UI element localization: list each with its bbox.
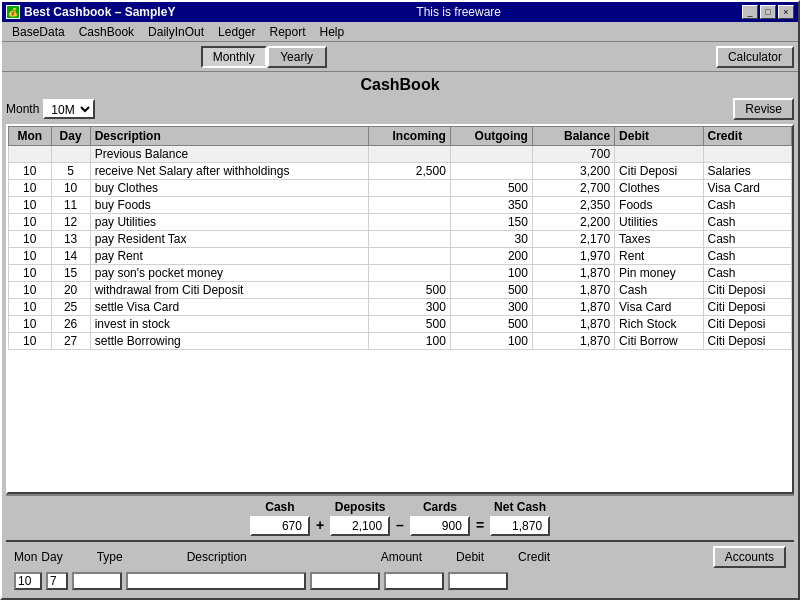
table-row[interactable]: 10 25 settle Visa Card 300 300 1,870 Vis… xyxy=(9,299,792,316)
main-window: 💰 Best Cashbook – SampleY This is freewa… xyxy=(0,0,800,600)
col-header-outgoing: Outgoing xyxy=(450,127,532,146)
entry-debit-input[interactable] xyxy=(384,572,444,590)
table-row[interactable]: 10 11 buy Foods 350 2,350 Foods Cash xyxy=(9,197,792,214)
accounts-button[interactable]: Accounts xyxy=(713,546,786,568)
cell-outgoing: 500 xyxy=(450,180,532,197)
cell-outgoing: 30 xyxy=(450,231,532,248)
netcash-value: 1,870 xyxy=(490,516,550,536)
col-header-incoming: Incoming xyxy=(368,127,450,146)
cash-value: 670 xyxy=(250,516,310,536)
cell-desc: pay Rent xyxy=(90,248,368,265)
cell-outgoing: 150 xyxy=(450,214,532,231)
entry-mon-input[interactable] xyxy=(14,572,42,590)
cell-credit: Citi Deposi xyxy=(703,316,792,333)
table-row[interactable]: 10 14 pay Rent 200 1,970 Rent Cash xyxy=(9,248,792,265)
col-header-mon: Mon xyxy=(9,127,52,146)
cell-incoming xyxy=(368,197,450,214)
cashbook-title: CashBook xyxy=(6,76,794,94)
col-header-balance: Balance xyxy=(532,127,614,146)
entry-credit-input[interactable] xyxy=(448,572,508,590)
cell-outgoing: 500 xyxy=(450,316,532,333)
cell-mon: 10 xyxy=(9,214,52,231)
menu-report[interactable]: Report xyxy=(263,23,311,41)
cell-credit: Cash xyxy=(703,231,792,248)
table-row[interactable]: 10 27 settle Borrowing 100 100 1,870 Cit… xyxy=(9,333,792,350)
table-row[interactable]: 10 10 buy Clothes 500 2,700 Clothes Visa… xyxy=(9,180,792,197)
netcash-group: Net Cash 1,870 xyxy=(490,500,550,536)
entry-desc-input[interactable] xyxy=(126,572,306,590)
toolbar-right: Calculator xyxy=(716,46,794,68)
col-header-credit: Credit xyxy=(703,127,792,146)
cell-mon: 10 xyxy=(9,248,52,265)
title-bar-left: 💰 Best Cashbook – SampleY xyxy=(6,5,175,19)
month-select[interactable]: 10M 1M2M3M4M 5M6M7M8M 9M11M12M xyxy=(43,99,95,119)
cell-incoming: 2,500 xyxy=(368,163,450,180)
cell-incoming: 500 xyxy=(368,282,450,299)
cashbook-table-container: Mon Day Description Incoming Outgoing Ba… xyxy=(6,124,794,494)
cell-mon: 10 xyxy=(9,265,52,282)
entry-mon-label: Mon xyxy=(14,550,37,564)
cell-day: 20 xyxy=(51,282,90,299)
cell-incoming xyxy=(368,231,450,248)
cell-outgoing: 100 xyxy=(450,333,532,350)
cash-label: Cash xyxy=(265,500,294,514)
cell-mon: 10 xyxy=(9,299,52,316)
cell-mon: 10 xyxy=(9,163,52,180)
cell-balance: 1,870 xyxy=(532,282,614,299)
view-toggle: Monthly Yearly xyxy=(201,46,327,68)
table-row[interactable]: 10 5 receive Net Salary after withholdin… xyxy=(9,163,792,180)
monthly-button[interactable]: Monthly xyxy=(201,46,267,68)
cell-day xyxy=(51,146,90,163)
cell-incoming: 100 xyxy=(368,333,450,350)
table-row[interactable]: 10 26 invest in stock 500 500 1,870 Rich… xyxy=(9,316,792,333)
cell-outgoing: 200 xyxy=(450,248,532,265)
cell-credit: Salaries xyxy=(703,163,792,180)
menu-help[interactable]: Help xyxy=(314,23,351,41)
window-title: Best Cashbook – SampleY xyxy=(24,5,175,19)
menu-basedata[interactable]: BaseData xyxy=(6,23,71,41)
cell-mon: 10 xyxy=(9,197,52,214)
op1: + xyxy=(316,503,324,533)
cell-debit: Rent xyxy=(615,248,703,265)
col-header-day: Day xyxy=(51,127,90,146)
cell-balance: 700 xyxy=(532,146,614,163)
entry-fields xyxy=(14,572,786,590)
cell-day: 27 xyxy=(51,333,90,350)
menu-cashbook[interactable]: CashBook xyxy=(73,23,140,41)
cell-debit xyxy=(615,146,703,163)
cell-desc: pay Resident Tax xyxy=(90,231,368,248)
cell-credit: Cash xyxy=(703,248,792,265)
cell-balance: 1,970 xyxy=(532,248,614,265)
op3: = xyxy=(476,503,484,533)
maximize-button[interactable]: □ xyxy=(760,5,776,19)
cell-day: 25 xyxy=(51,299,90,316)
table-row[interactable]: 10 15 pay son's pocket money 100 1,870 P… xyxy=(9,265,792,282)
yearly-button[interactable]: Yearly xyxy=(267,46,327,68)
revise-button[interactable]: Revise xyxy=(733,98,794,120)
cards-value: 900 xyxy=(410,516,470,536)
cell-credit: Citi Deposi xyxy=(703,282,792,299)
cell-mon: 10 xyxy=(9,316,52,333)
table-row[interactable]: 10 20 withdrawal from Citi Deposit 500 5… xyxy=(9,282,792,299)
deposits-group: Deposits 2,100 xyxy=(330,500,390,536)
table-row[interactable]: 10 12 pay Utilities 150 2,200 Utilities … xyxy=(9,214,792,231)
subtitle: This is freeware xyxy=(416,5,501,19)
cell-outgoing xyxy=(450,163,532,180)
entry-type-input[interactable] xyxy=(72,572,122,590)
cell-mon xyxy=(9,146,52,163)
close-button[interactable]: × xyxy=(778,5,794,19)
table-row[interactable]: Previous Balance 700 xyxy=(9,146,792,163)
menu-ledger[interactable]: Ledger xyxy=(212,23,261,41)
menu-dailyinout[interactable]: DailyInOut xyxy=(142,23,210,41)
cell-desc: pay Utilities xyxy=(90,214,368,231)
cell-balance: 2,200 xyxy=(532,214,614,231)
cell-debit: Clothes xyxy=(615,180,703,197)
table-row[interactable]: 10 13 pay Resident Tax 30 2,170 Taxes Ca… xyxy=(9,231,792,248)
cashbook-tbody: Previous Balance 700 10 5 receive Net Sa… xyxy=(9,146,792,350)
entry-day-input[interactable] xyxy=(46,572,68,590)
minimize-button[interactable]: _ xyxy=(742,5,758,19)
calculator-button[interactable]: Calculator xyxy=(716,46,794,68)
entry-amount-input[interactable] xyxy=(310,572,380,590)
entry-amount-label: Amount xyxy=(381,550,422,564)
cell-debit: Pin money xyxy=(615,265,703,282)
